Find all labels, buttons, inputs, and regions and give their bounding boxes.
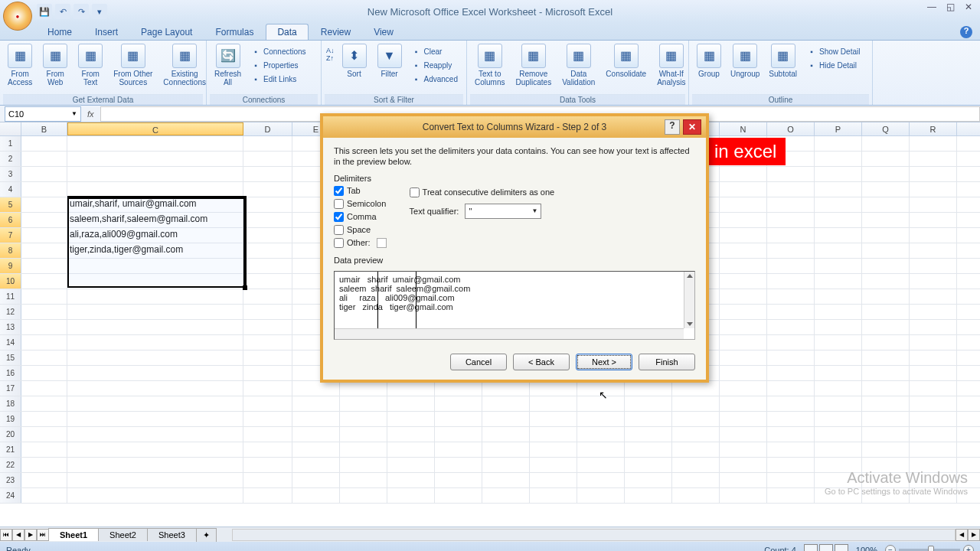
minimize-icon[interactable]: — <box>925 2 939 12</box>
cell[interactable] <box>292 396 340 411</box>
row-header[interactable]: 19 <box>0 412 21 426</box>
cell[interactable] <box>243 442 292 457</box>
row-header[interactable]: 10 <box>0 274 21 289</box>
cell[interactable] <box>910 243 957 258</box>
cell[interactable] <box>243 136 292 151</box>
column-header[interactable]: R <box>910 122 957 135</box>
dt-remove[interactable]: ▦Remove Duplicates <box>511 42 556 88</box>
view-normal-icon[interactable] <box>804 544 818 551</box>
cell[interactable] <box>21 366 67 380</box>
cell[interactable] <box>435 488 482 503</box>
preview-horizontal-scrollbar[interactable] <box>335 328 684 339</box>
cell[interactable] <box>767 320 815 334</box>
cell[interactable] <box>577 473 625 487</box>
cell[interactable] <box>340 473 387 487</box>
cell[interactable] <box>21 289 67 304</box>
cell[interactable] <box>625 488 672 503</box>
cell[interactable] <box>340 381 387 396</box>
cell[interactable] <box>387 442 435 457</box>
cell[interactable] <box>243 366 292 380</box>
cell[interactable] <box>67 259 243 273</box>
cell[interactable] <box>910 182 957 197</box>
cell[interactable] <box>910 320 957 334</box>
select-all-cell[interactable] <box>0 122 21 135</box>
cell[interactable] <box>815 243 862 258</box>
cell[interactable] <box>862 182 910 197</box>
cell[interactable] <box>530 381 577 396</box>
cell[interactable] <box>435 442 482 457</box>
fx-icon[interactable]: fx <box>87 109 94 119</box>
cell[interactable] <box>21 442 67 457</box>
cell[interactable] <box>862 335 910 350</box>
ext-from[interactable]: ▦From Text <box>74 42 107 88</box>
cell[interactable] <box>243 243 292 258</box>
cell[interactable] <box>21 305 67 319</box>
cell[interactable] <box>862 213 910 227</box>
cell[interactable] <box>387 396 435 411</box>
cell[interactable] <box>720 473 767 487</box>
ext-existing[interactable]: ▦Existing Connections <box>158 42 211 88</box>
cell[interactable] <box>767 305 815 319</box>
cell[interactable] <box>387 427 435 442</box>
sort-button[interactable]: ⬍Sort <box>338 42 371 80</box>
cell[interactable] <box>243 335 292 350</box>
row-header[interactable]: 22 <box>0 458 21 472</box>
tab-view[interactable]: View <box>363 24 404 40</box>
cell[interactable] <box>67 381 243 396</box>
cell[interactable] <box>720 289 767 304</box>
row-header[interactable]: 23 <box>0 473 21 487</box>
cell[interactable] <box>435 381 482 396</box>
cell[interactable] <box>672 442 720 457</box>
close-icon[interactable]: ✕ <box>962 2 975 12</box>
cell[interactable] <box>767 197 815 212</box>
cell[interactable] <box>482 381 530 396</box>
cell[interactable] <box>672 381 720 396</box>
cell[interactable] <box>625 412 672 426</box>
cell[interactable] <box>67 427 243 442</box>
cell[interactable] <box>672 473 720 487</box>
cell[interactable] <box>720 427 767 442</box>
row-header[interactable]: 13 <box>0 320 21 334</box>
cell[interactable] <box>767 473 815 487</box>
cell[interactable] <box>482 442 530 457</box>
chevron-down-icon[interactable]: ▼ <box>531 207 537 214</box>
cell[interactable] <box>862 259 910 273</box>
dialog-close-icon[interactable]: ✕ <box>683 119 701 135</box>
sheet-tab[interactable]: Sheet1 <box>48 528 99 541</box>
cell[interactable] <box>910 289 957 304</box>
cell[interactable] <box>720 243 767 258</box>
column-header[interactable]: N <box>720 122 767 135</box>
cell[interactable] <box>435 412 482 426</box>
treat-consecutive-checkbox[interactable]: Treat consecutive delimiters as one <box>410 187 555 197</box>
cell[interactable] <box>577 442 625 457</box>
cell[interactable] <box>672 427 720 442</box>
cell[interactable] <box>862 427 910 442</box>
cell[interactable] <box>767 442 815 457</box>
row-header[interactable]: 21 <box>0 442 21 457</box>
cell[interactable]: ali,raza,ali009@gmail.com <box>67 228 243 243</box>
cell[interactable] <box>292 473 340 487</box>
cell[interactable] <box>21 458 67 472</box>
cell[interactable] <box>67 458 243 472</box>
cell[interactable] <box>530 458 577 472</box>
cell[interactable] <box>767 412 815 426</box>
cell[interactable] <box>910 442 957 457</box>
cell[interactable] <box>21 259 67 273</box>
cell[interactable] <box>67 167 243 181</box>
cell[interactable] <box>21 335 67 350</box>
back-button[interactable]: < Back <box>513 354 570 370</box>
cell[interactable] <box>720 197 767 212</box>
fill-handle[interactable] <box>243 285 247 290</box>
cell[interactable] <box>21 320 67 334</box>
cell[interactable] <box>67 412 243 426</box>
cell[interactable] <box>815 335 862 350</box>
outline-subtotal[interactable]: ▦Subtotal <box>764 42 802 80</box>
cell[interactable] <box>910 274 957 289</box>
cell[interactable] <box>387 412 435 426</box>
cell[interactable] <box>243 350 292 365</box>
cell[interactable] <box>720 366 767 380</box>
cell[interactable] <box>67 442 243 457</box>
cell[interactable] <box>387 473 435 487</box>
cell[interactable] <box>292 442 340 457</box>
cell[interactable] <box>910 152 957 166</box>
